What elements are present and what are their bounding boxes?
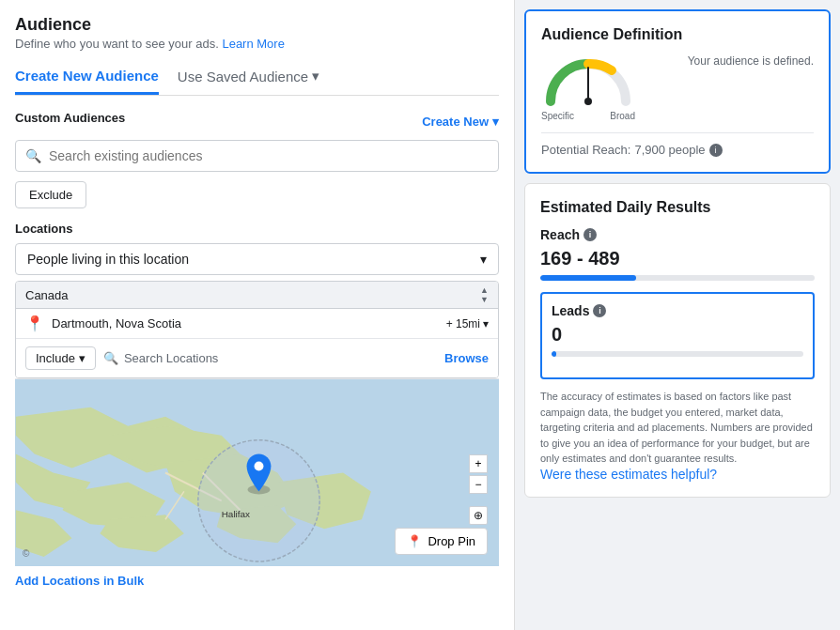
copyright-notice: © xyxy=(23,548,29,559)
chevron-down-icon: ▾ xyxy=(79,351,86,365)
learn-more-link[interactable]: Learn More xyxy=(222,37,284,51)
custom-audiences-header: Custom Audiences Create New ▾ xyxy=(15,111,499,132)
reach-label-row: Reach i xyxy=(540,227,815,242)
pin-icon: 📍 xyxy=(407,534,422,548)
helpful-link[interactable]: Were these estimates helpful? xyxy=(540,467,717,482)
browse-button[interactable]: Browse xyxy=(444,351,489,365)
drop-pin-button[interactable]: 📍 Drop Pin xyxy=(395,528,488,555)
leads-progress-bar xyxy=(552,351,803,357)
map-zoom-controls: + − xyxy=(469,454,488,494)
location-icon-button[interactable]: ⊕ xyxy=(469,506,488,525)
search-locations-container: 🔍 Search Locations xyxy=(103,351,218,365)
svg-point-15 xyxy=(255,462,264,471)
section-subtitle: Define who you want to see your ads. Lea… xyxy=(15,37,499,51)
reach-progress-fill xyxy=(540,275,636,281)
location-box: Canada ▲ ▼ 📍 Dartmouth, Nova Scotia + 15… xyxy=(15,281,499,378)
search-box: 🔍 xyxy=(15,140,499,172)
leads-label-row: Leads i xyxy=(552,303,803,318)
gauge-svg xyxy=(541,54,635,109)
svg-point-18 xyxy=(584,98,592,105)
scroll-up-icon[interactable]: ▲ xyxy=(480,285,489,295)
left-panel: Audience Define who you want to see your… xyxy=(0,0,515,630)
location-pin-icon: 📍 xyxy=(25,315,44,332)
country-label: Canada xyxy=(25,288,69,302)
audience-definition-card: Audience Definition Specific Bro xyxy=(524,9,831,174)
specific-label: Specific xyxy=(541,111,574,121)
search-icon: 🔍 xyxy=(103,351,118,365)
leads-section: Leads i 0 xyxy=(540,292,815,379)
broad-label: Broad xyxy=(610,111,635,121)
zoom-in-button[interactable]: + xyxy=(469,454,488,473)
audience-defined-text: Your audience is defined. xyxy=(646,54,814,68)
section-header: Audience Define who you want to see your… xyxy=(15,15,499,51)
map-container[interactable]: Halifax + − ⊕ © 📍 Drop Pin xyxy=(15,378,499,566)
tab-create-new-audience[interactable]: Create New Audience xyxy=(15,60,159,95)
add-locations-bulk-link[interactable]: Add Locations in Bulk xyxy=(15,574,499,588)
right-panel: Audience Definition Specific Bro xyxy=(515,0,840,630)
locations-label: Locations xyxy=(15,222,499,236)
potential-reach: Potential Reach: 7,900 people i xyxy=(541,132,814,157)
scroll-down-icon[interactable]: ▼ xyxy=(480,295,489,304)
estimated-daily-results-card: Estimated Daily Results Reach i 169 - 48… xyxy=(524,183,831,498)
reach-info-icon[interactable]: i xyxy=(583,228,597,241)
tab-use-saved-audience[interactable]: Use Saved Audience ▾ xyxy=(178,60,319,95)
location-name: Dartmouth, Nova Scotia xyxy=(52,316,439,330)
gauge-wrapper: Specific Broad xyxy=(541,54,635,121)
section-title: Audience xyxy=(15,15,499,35)
include-bar: Include ▾ 🔍 Search Locations Browse xyxy=(16,338,498,377)
chevron-down-icon: ▾ xyxy=(312,68,319,85)
chevron-down-icon: ▾ xyxy=(480,252,487,267)
location-box-header: Canada ▲ ▼ xyxy=(16,282,498,309)
svg-text:Halifax: Halifax xyxy=(222,509,250,519)
include-button[interactable]: Include ▾ xyxy=(25,346,96,370)
audience-definition-title: Audience Definition xyxy=(541,26,814,43)
info-icon[interactable]: i xyxy=(709,144,723,157)
search-icon: 🔍 xyxy=(25,148,41,163)
custom-audiences-label: Custom Audiences xyxy=(15,111,125,125)
gauge-labels: Specific Broad xyxy=(541,111,635,121)
scroll-controls: ▲ ▼ xyxy=(480,285,489,304)
location-icon: ⊕ xyxy=(474,509,483,522)
search-locations-label[interactable]: Search Locations xyxy=(124,351,218,365)
reach-progress-bar xyxy=(540,275,815,281)
location-distance-dropdown[interactable]: + 15mi ▾ xyxy=(446,317,489,330)
chevron-down-icon: ▾ xyxy=(483,317,489,330)
zoom-out-button[interactable]: − xyxy=(469,475,488,494)
chevron-down-icon: ▾ xyxy=(492,115,499,129)
create-new-button[interactable]: Create New ▾ xyxy=(422,115,499,129)
leads-progress-fill xyxy=(552,351,556,357)
location-type-dropdown[interactable]: People living in this location ▾ xyxy=(15,243,499,275)
gauge-container: Specific Broad Your audience is defined. xyxy=(541,54,814,121)
reach-value: 169 - 489 xyxy=(540,248,815,269)
leads-info-icon[interactable]: i xyxy=(593,304,606,317)
estimated-daily-title: Estimated Daily Results xyxy=(540,199,815,216)
search-input[interactable] xyxy=(49,148,489,163)
disclaimer-text: The accuracy of estimates is based on fa… xyxy=(540,389,815,467)
leads-value: 0 xyxy=(552,324,803,346)
location-row: 📍 Dartmouth, Nova Scotia + 15mi ▾ xyxy=(16,309,498,338)
tabs-container: Create New Audience Use Saved Audience ▾ xyxy=(15,60,499,96)
exclude-button[interactable]: Exclude xyxy=(15,181,86,208)
